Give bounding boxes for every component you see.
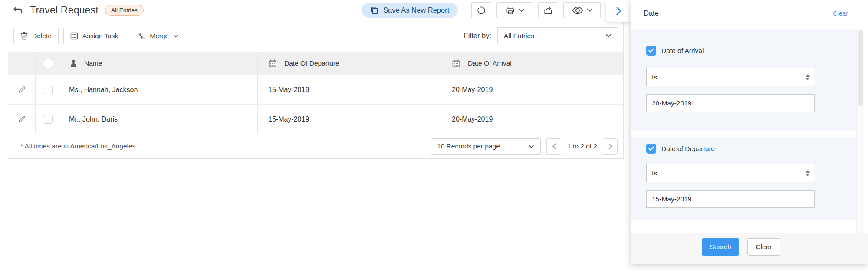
select-spinner-icon [806,170,810,176]
arrival-filter-section: Date of Arrival Is [631,29,856,131]
refresh-icon [477,6,486,15]
table-row[interactable]: Mr., John, Daris 15-May-2019 20-May-2019 [8,105,623,134]
panel-title: Date [644,9,659,17]
calendar-icon [452,59,460,68]
prev-page-button[interactable] [546,138,561,155]
chevron-down-icon [587,8,592,12]
timezone-note: * All times are in America/Los_Angeles [20,142,135,150]
panel-scrollbar[interactable] [856,29,865,241]
search-button[interactable]: Search [702,238,739,256]
back-button[interactable] [11,4,23,16]
row-check-cell [36,75,61,104]
arrival-label: Date of Arrival [661,47,704,55]
person-icon [70,59,77,68]
page-info: 1 to 2 of 2 [567,142,597,150]
arrival-cell: 20-May-2019 [441,105,623,134]
arrival-cell: 20-May-2019 [441,75,623,104]
edit-cell [8,75,36,104]
arrival-date-input[interactable] [646,94,815,112]
filter-by-label: Filter by: [464,32,491,40]
departure-filter-section: Date of Departure Is [631,137,856,220]
name-column-header[interactable]: Name [61,52,258,75]
page-header: Travel Request All Entries [11,0,144,20]
departure-cell: 15-May-2019 [258,75,441,104]
merge-arrows-icon [137,32,145,40]
name-cell: Ms., Hannah, Jackson [61,75,258,104]
record-toolbar: Delete Assign Task Merge [8,20,623,52]
refresh-button[interactable] [471,2,491,18]
trash-icon [20,32,28,40]
next-page-button[interactable] [603,138,618,155]
row-check-cell [36,105,61,134]
arrival-checkbox[interactable] [646,46,656,56]
chevron-right-icon [616,6,622,16]
row-checkbox[interactable] [44,86,53,94]
travel-request-app: Travel Request All Entries Save As New R… [0,0,868,273]
divider [644,25,848,25]
delete-button[interactable]: Delete [13,28,59,44]
print-button[interactable] [496,2,533,18]
clear-button[interactable]: Clear [747,238,780,256]
printer-icon [506,6,515,15]
select-all-cell [36,52,61,75]
departure-label: Date of Departure [661,145,715,153]
export-icon [543,6,553,15]
table-header: Name Date Of Departure Date Of Arrival [8,52,623,75]
check-icon [648,48,654,53]
save-as-new-report-button[interactable]: Save As New Report [362,3,458,18]
table-footer: * All times are in America/Los_Angeles 1… [8,134,623,158]
page-title: Travel Request [30,4,99,16]
calendar-icon [268,59,277,68]
edit-cell [8,105,36,134]
row-checkbox[interactable] [44,115,53,124]
more-tools-button[interactable] [606,0,631,22]
chevron-down-icon [605,34,612,38]
chevron-down-icon [519,8,524,12]
pencil-icon[interactable] [18,115,26,123]
panel-clear-link[interactable]: Clear [833,10,848,17]
name-cell: Mr., John, Daris [61,105,258,134]
scrollbar-thumb[interactable] [858,30,863,106]
filter-group: Filter by: All Entries [464,27,618,44]
table-row[interactable]: Ms., Hannah, Jackson 15-May-2019 20-May-… [8,75,623,105]
pencil-icon[interactable] [18,86,26,94]
departure-operator-select[interactable]: Is [646,164,815,182]
chevron-down-icon [528,145,534,148]
arrival-operator-select[interactable]: Is [646,68,815,86]
merge-button[interactable]: Merge [130,28,185,44]
departure-date-input[interactable] [646,190,815,208]
task-list-icon [70,32,78,40]
departure-checkbox[interactable] [646,144,656,154]
arrival-check-row: Date of Arrival [646,46,704,56]
departure-column-header[interactable]: Date Of Departure [258,52,441,75]
report-panel: Delete Assign Task Merge [8,20,624,159]
eye-icon [572,7,583,14]
view-badge: All Entries [105,5,144,16]
edit-column-header [8,52,36,75]
check-icon [648,146,654,151]
departure-check-row: Date of Departure [646,144,715,154]
date-filter-panel: Date Clear Date of Arrival Is [631,0,868,264]
arrival-column-header[interactable]: Date Of Arrival [441,52,623,75]
copy-icon [370,6,378,14]
chevron-down-icon [173,34,178,38]
filter-entries-select[interactable]: All Entries [497,27,618,44]
view-options-button[interactable] [563,2,601,18]
departure-cell: 15-May-2019 [258,105,441,134]
panel-footer: Search Clear [631,233,868,264]
assign-task-button[interactable]: Assign Task [63,28,125,44]
select-spinner-icon [806,74,810,80]
back-arrow-icon [12,6,23,15]
export-button[interactable] [538,2,558,18]
select-all-checkbox[interactable] [44,59,53,68]
records-per-page-select[interactable]: 10 Records per page [431,138,541,155]
